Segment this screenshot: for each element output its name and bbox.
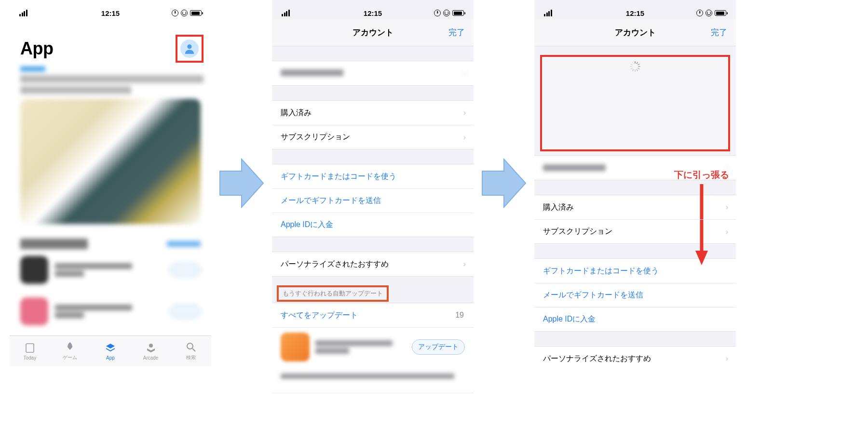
row-personalized[interactable]: パーソナライズされたおすすめ› — [534, 347, 736, 366]
row-personalized[interactable]: パーソナライズされたおすすめ› — [272, 252, 474, 276]
row-label: 購入済み — [281, 108, 312, 118]
get-button[interactable] — [170, 263, 201, 277]
row-label: サブスクリプション — [543, 227, 612, 237]
row-purchased[interactable]: 購入済み› — [534, 195, 736, 219]
rocket-icon — [64, 341, 76, 353]
rotation-lock-icon — [443, 10, 450, 16]
chevron-right-icon: › — [463, 260, 466, 268]
row-label: パーソナライズされたおすすめ — [543, 354, 651, 364]
svg-rect-13 — [630, 67, 633, 69]
pull-to-refresh-area[interactable] — [540, 55, 730, 151]
page-title: App — [20, 39, 201, 59]
svg-rect-9 — [637, 67, 640, 69]
battery-icon — [715, 10, 726, 16]
signal-icon — [282, 10, 290, 16]
alarm-icon — [172, 10, 178, 16]
tab-label: Arcade — [143, 355, 159, 361]
app-icon — [281, 333, 310, 362]
get-button[interactable] — [170, 305, 201, 318]
tab-apps[interactable]: App — [90, 336, 131, 366]
chevron-right-icon: › — [463, 108, 466, 117]
row-send-gift[interactable]: メールでギフトカードを送信 — [272, 188, 474, 213]
signal-icon — [19, 10, 27, 16]
svg-rect-8 — [638, 66, 640, 67]
row-label: Apple IDに入金 — [543, 314, 596, 324]
section-upcoming-updates: もうすぐ行われる自動アップデート — [272, 277, 474, 303]
row-label: パーソナライズされたおすすめ — [281, 259, 389, 269]
status-bar: 12:15 — [272, 0, 474, 19]
svg-rect-14 — [630, 66, 632, 67]
chevron-right-icon: › — [726, 163, 728, 172]
tab-label: ゲーム — [63, 354, 77, 361]
arrow-right-icon — [217, 154, 266, 212]
svg-rect-11 — [635, 69, 636, 72]
row-label: ギフトカードまたはコードを使う — [281, 172, 396, 182]
nav-bar: アカウント 完了 — [534, 19, 736, 46]
account-button[interactable] — [180, 40, 199, 58]
app-list-item[interactable] — [10, 291, 211, 332]
row-update-all[interactable]: すべてをアップデート 19 — [272, 303, 474, 327]
tab-label: App — [106, 355, 115, 361]
svg-rect-5 — [635, 61, 636, 64]
row-label: Apple IDに入金 — [281, 220, 333, 230]
nav-bar: アカウント 完了 — [272, 19, 474, 46]
nav-title: アカウント — [615, 27, 656, 38]
update-notes — [272, 366, 474, 393]
rotation-lock-icon — [181, 10, 188, 16]
row-label: メールでギフトカードを送信 — [543, 290, 643, 300]
update-item[interactable]: アップデート — [272, 327, 474, 366]
row-purchased[interactable]: 購入済み› — [272, 101, 474, 125]
chevron-right-icon: › — [726, 228, 728, 236]
row-subscriptions[interactable]: サブスクリプション› — [272, 125, 474, 149]
tab-arcade[interactable]: Arcade — [131, 336, 171, 366]
tab-search[interactable]: 検索 — [171, 336, 211, 366]
account-list[interactable]: › 購入済み› サブスクリプション› ギフトカードまたはコードを使う メールでギ… — [272, 61, 474, 393]
svg-rect-15 — [630, 64, 633, 66]
tab-games[interactable]: ゲーム — [50, 336, 91, 366]
nav-title: アカウント — [353, 27, 393, 38]
done-button[interactable]: 完了 — [448, 27, 465, 38]
section-label-text: もうすぐ行われる自動アップデート — [283, 290, 383, 297]
status-bar: 12:15 — [10, 0, 211, 19]
tab-bar: Today ゲーム App Arcade 検索 — [10, 335, 211, 366]
loading-spinner-icon — [629, 61, 641, 72]
chevron-right-icon: › — [726, 203, 728, 212]
today-icon — [24, 342, 36, 354]
app-list-item[interactable] — [10, 249, 211, 291]
chevron-right-icon: › — [463, 69, 466, 78]
rotation-lock-icon — [705, 10, 712, 16]
svg-point-2 — [149, 344, 153, 348]
tab-label: Today — [23, 355, 36, 361]
status-bar: 12:15 — [534, 0, 736, 19]
row-add-funds[interactable]: Apple IDに入金 — [534, 307, 736, 331]
row-redeem[interactable]: ギフトカードまたはコードを使う — [534, 259, 736, 283]
section-header — [10, 239, 211, 249]
row-subscriptions[interactable]: サブスクリプション› — [534, 219, 736, 243]
row-redeem[interactable]: ギフトカードまたはコードを使う — [272, 164, 474, 188]
row-label: メールでギフトカードを送信 — [281, 196, 381, 206]
done-button[interactable]: 完了 — [711, 27, 727, 38]
tab-today[interactable]: Today — [10, 336, 50, 366]
update-button[interactable]: アップデート — [412, 339, 465, 355]
row-appleid[interactable]: › — [272, 61, 474, 85]
battery-icon — [452, 10, 464, 16]
alarm-icon — [434, 10, 441, 16]
svg-point-3 — [187, 343, 193, 349]
featured-story[interactable] — [10, 64, 211, 224]
row-label: ギフトカードまたはコードを使う — [543, 266, 659, 276]
flow-arrow — [474, 0, 534, 366]
tab-label: 検索 — [186, 354, 196, 361]
row-add-funds[interactable]: Apple IDに入金 — [272, 213, 474, 237]
phone-account-refresh: 12:15 アカウント 完了 下に引っ張る — [534, 0, 736, 366]
chevron-right-icon: › — [726, 354, 728, 363]
update-count: 19 — [455, 311, 464, 320]
row-label: すべてをアップデート — [281, 310, 358, 321]
row-appleid[interactable]: › — [534, 156, 736, 180]
search-icon — [185, 341, 197, 353]
svg-rect-10 — [636, 69, 638, 71]
svg-rect-16 — [632, 62, 634, 64]
row-send-gift[interactable]: メールでギフトカードを送信 — [534, 283, 736, 307]
svg-rect-6 — [636, 62, 638, 64]
svg-rect-12 — [632, 69, 634, 71]
flow-arrow — [211, 0, 272, 366]
